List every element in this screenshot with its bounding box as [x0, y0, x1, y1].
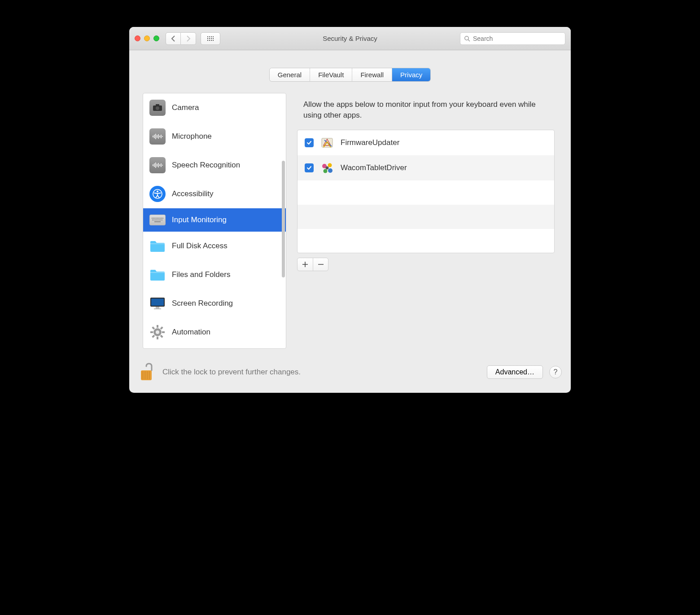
sidebar-item-label: Files and Folders	[172, 270, 230, 279]
svg-rect-55	[160, 335, 163, 338]
content-area: Camera Microphone Speech Recognition Acc…	[129, 85, 571, 353]
show-all-button[interactable]	[201, 32, 220, 45]
keyboard-icon	[149, 215, 166, 225]
app-icon	[320, 136, 334, 150]
sidebar-item-label: Screen Recording	[172, 299, 233, 308]
sidebar-item-label: Automation	[172, 328, 210, 337]
svg-rect-46	[154, 308, 161, 309]
svg-point-22	[157, 191, 158, 193]
forward-button[interactable]	[181, 32, 196, 45]
tab-bar: General FileVault Firewall Privacy	[129, 50, 571, 85]
lock-status-text: Click the lock to prevent further change…	[162, 368, 301, 377]
sidebar-item-accessibility[interactable]: Accessibility	[143, 180, 286, 208]
gear-icon	[149, 324, 166, 340]
svg-rect-49	[157, 337, 158, 339]
minus-icon	[318, 261, 324, 268]
svg-rect-25	[154, 218, 155, 219]
search-field[interactable]	[460, 32, 565, 45]
help-button[interactable]: ?	[549, 366, 562, 378]
sidebar-item-label: Microphone	[172, 132, 212, 141]
app-row[interactable]: FirmwareUpdater	[298, 130, 554, 155]
scrollbar[interactable]	[282, 161, 285, 277]
detail-pane: Allow the apps below to monitor input fr…	[294, 93, 557, 349]
app-row-empty	[298, 205, 554, 229]
app-name: WacomTabletDriver	[341, 163, 407, 172]
svg-rect-53	[152, 335, 155, 338]
window-controls	[135, 35, 159, 41]
svg-rect-23	[152, 218, 153, 219]
app-row-empty	[298, 229, 554, 253]
svg-point-59	[328, 163, 332, 167]
svg-rect-28	[158, 218, 159, 219]
app-checkbox[interactable]	[305, 138, 314, 147]
sidebar-item-input-monitoring[interactable]: Input Monitoring	[143, 208, 286, 232]
svg-rect-37	[159, 220, 160, 220]
plus-icon	[302, 261, 308, 268]
sidebar-item-screen-recording[interactable]: Screen Recording	[143, 289, 286, 318]
svg-rect-29	[160, 218, 161, 219]
svg-rect-34	[155, 220, 156, 220]
app-row-empty	[298, 180, 554, 205]
advanced-button[interactable]: Advanced…	[487, 365, 543, 379]
close-window-button[interactable]	[135, 35, 140, 41]
svg-rect-51	[162, 331, 165, 333]
svg-point-60	[324, 169, 328, 173]
svg-rect-45	[156, 307, 159, 308]
svg-rect-54	[152, 326, 155, 329]
sidebar-item-microphone[interactable]: Microphone	[143, 122, 286, 151]
sidebar-item-automation[interactable]: Automation	[143, 318, 286, 347]
remove-button[interactable]	[313, 258, 328, 271]
sidebar-item-label: Speech Recognition	[172, 161, 240, 170]
add-button[interactable]	[298, 258, 313, 271]
svg-rect-38	[160, 220, 161, 220]
zoom-window-button[interactable]	[153, 35, 159, 41]
sidebar-item-label: Camera	[172, 103, 199, 112]
svg-rect-4	[156, 104, 159, 106]
app-checkbox[interactable]	[305, 163, 314, 172]
search-input[interactable]	[473, 35, 561, 42]
sidebar-item-files-and-folders[interactable]: Files and Folders	[143, 260, 286, 289]
svg-point-56	[156, 330, 159, 334]
tab-general[interactable]: General	[270, 68, 310, 81]
minimize-window-button[interactable]	[144, 35, 150, 41]
accessibility-icon	[149, 186, 166, 202]
app-row[interactable]: WacomTabletDriver	[298, 155, 554, 180]
sidebar-item-camera[interactable]: Camera	[143, 93, 286, 122]
preferences-window: Security & Privacy General FileVault Fir…	[129, 27, 571, 393]
svg-rect-36	[158, 220, 158, 220]
svg-rect-24	[153, 218, 154, 219]
tab-firewall[interactable]: Firewall	[352, 68, 392, 81]
svg-rect-42	[150, 272, 165, 273]
svg-rect-40	[154, 221, 161, 222]
waveform-icon	[149, 128, 166, 145]
tab-filevault[interactable]: FileVault	[310, 68, 352, 81]
svg-line-1	[468, 40, 470, 41]
sidebar-item-full-disk-access[interactable]: Full Disk Access	[143, 232, 286, 260]
back-button[interactable]	[166, 32, 181, 45]
waveform-icon	[149, 157, 166, 173]
sidebar-item-speech-recognition[interactable]: Speech Recognition	[143, 151, 286, 180]
add-remove-buttons	[297, 258, 328, 271]
svg-rect-44	[151, 299, 164, 306]
svg-rect-35	[156, 220, 157, 220]
app-icon	[320, 161, 334, 175]
lock-icon[interactable]	[138, 362, 156, 382]
svg-rect-52	[160, 326, 163, 329]
camera-icon	[149, 100, 166, 116]
app-permission-list: FirmwareUpdater WacomTabletDriver	[297, 130, 555, 253]
svg-rect-41	[150, 243, 165, 244]
display-icon	[149, 295, 166, 312]
grid-icon	[207, 36, 214, 41]
svg-point-62	[326, 166, 329, 169]
folder-icon	[149, 267, 166, 283]
nav-buttons	[166, 32, 196, 45]
tab-privacy[interactable]: Privacy	[392, 68, 430, 81]
titlebar: Security & Privacy	[129, 27, 571, 50]
search-icon	[464, 35, 470, 42]
svg-point-3	[156, 106, 159, 110]
svg-rect-27	[157, 218, 158, 219]
svg-rect-50	[150, 331, 153, 333]
svg-rect-30	[161, 218, 162, 219]
app-name: FirmwareUpdater	[341, 138, 399, 147]
svg-rect-48	[157, 325, 158, 328]
